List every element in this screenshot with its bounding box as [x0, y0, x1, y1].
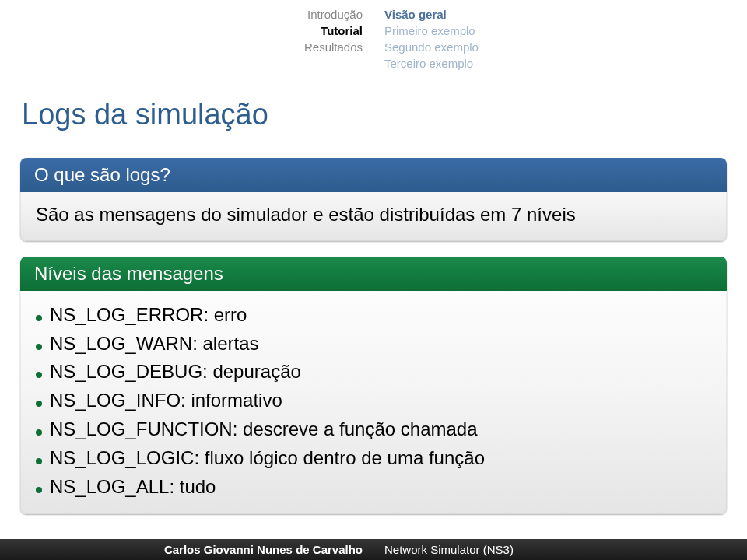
subsection-item[interactable]: Terceiro exemplo	[384, 55, 747, 72]
subsection-item[interactable]: Segundo exemplo	[384, 39, 747, 55]
footer-author: Carlos Giovanni Nunes de Carvalho	[0, 539, 374, 560]
list-item: NS_LOG_LOGIC: fluxo lógico dentro de uma…	[36, 445, 711, 472]
bullet-icon	[36, 429, 42, 436]
section-item[interactable]: Introdução	[0, 6, 363, 23]
item-text: NS_LOG_WARN: alertas	[50, 331, 259, 358]
subsection-item[interactable]: Primeiro exemplo	[384, 23, 747, 39]
list-item: NS_LOG_ERROR: erro	[36, 302, 711, 329]
section-item-active[interactable]: Tutorial	[0, 23, 363, 39]
item-text: NS_LOG_INFO: informativo	[50, 387, 282, 415]
item-text: NS_LOG_LOGIC: fluxo lógico dentro de uma…	[50, 445, 485, 472]
subsection-item-active[interactable]: Visão geral	[384, 6, 747, 23]
header-sections: Introdução Tutorial Resultados	[0, 6, 374, 72]
block-body: NS_LOG_ERROR: erro NS_LOG_WARN: alertas …	[20, 291, 727, 515]
bullet-icon	[36, 315, 42, 321]
block-title: Níveis das mensagens	[20, 257, 727, 291]
block-definition: O que são logs? São as mensagens do simu…	[20, 158, 727, 241]
item-text: NS_LOG_ALL: tudo	[50, 474, 216, 501]
block-body: São as mensagens do simulador e estão di…	[20, 192, 727, 241]
slide-footer: Carlos Giovanni Nunes de Carvalho Networ…	[0, 539, 747, 560]
bullet-icon	[36, 372, 42, 378]
bullet-icon	[36, 401, 42, 407]
item-text: NS_LOG_FUNCTION: descreve a função chama…	[50, 416, 478, 443]
slide-header: Introdução Tutorial Resultados Visão ger…	[0, 0, 747, 76]
block-levels: Níveis das mensagens NS_LOG_ERROR: erro …	[20, 257, 727, 515]
list-item: NS_LOG_ALL: tudo	[36, 474, 711, 501]
list-item: NS_LOG_DEBUG: depuração	[36, 359, 711, 386]
item-text: NS_LOG_DEBUG: depuração	[50, 359, 301, 386]
section-item[interactable]: Resultados	[0, 39, 363, 55]
block-title: O que são logs?	[20, 158, 727, 192]
bullet-icon	[36, 344, 42, 350]
bullet-icon	[36, 487, 42, 493]
item-text: NS_LOG_ERROR: erro	[50, 302, 247, 329]
bullet-icon	[36, 458, 42, 464]
slide-title: Logs da simulação	[0, 76, 747, 158]
list-item: NS_LOG_FUNCTION: descreve a função chama…	[36, 416, 711, 443]
footer-presentation: Network Simulator (NS3)	[374, 539, 747, 560]
list-item: NS_LOG_INFO: informativo	[36, 387, 711, 415]
list-item: NS_LOG_WARN: alertas	[36, 331, 711, 358]
header-subsections: Visão geral Primeiro exemplo Segundo exe…	[374, 6, 747, 72]
